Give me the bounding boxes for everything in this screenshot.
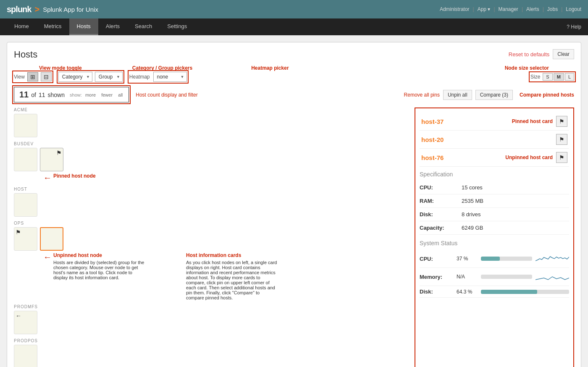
- content-card: Hosts Reset to defaults Clear View mode …: [7, 42, 581, 367]
- spec-val-disk: 8 drives: [462, 211, 481, 218]
- pin-icon: ←: [16, 312, 21, 319]
- help-link[interactable]: ? Help: [567, 24, 581, 30]
- view-label: View: [14, 74, 25, 80]
- host-count-show: show: more fewer all: [67, 92, 123, 97]
- compare-button[interactable]: Compare (3): [475, 90, 513, 100]
- status-title: System Status: [420, 240, 569, 246]
- unpinned-node-annotation: Unpinned host node: [53, 252, 146, 258]
- pinned-host-name-20: host-20: [421, 136, 556, 143]
- host-node[interactable]: [14, 193, 37, 217]
- group-label-host: HOST: [14, 187, 415, 191]
- size-large-button[interactable]: L: [565, 73, 574, 81]
- size-label: Size: [530, 74, 540, 80]
- size-small-button[interactable]: S: [543, 73, 552, 81]
- host-info-cards-desc: As you click host nodes on left, a singl…: [186, 260, 278, 300]
- group-label-prodmfs: PRODMFS: [14, 304, 415, 309]
- host-node[interactable]: ←: [14, 311, 37, 334]
- host-group-host: HOST: [14, 187, 415, 217]
- status-row-cpu: CPU: 37 %: [420, 250, 569, 268]
- pin-button-76[interactable]: ⚑: [556, 152, 567, 163]
- group-label-prodpos: PRODPOS: [14, 338, 415, 343]
- nav-settings[interactable]: Settings: [160, 18, 194, 35]
- spec-row-disk: Disk: 8 drives: [420, 208, 569, 221]
- nav-metrics[interactable]: Metrics: [37, 18, 69, 35]
- spec-key-capacity: Capacity:: [420, 225, 462, 231]
- group-select[interactable]: Group: [95, 72, 123, 82]
- category-group-pickers: Category Group: [58, 72, 123, 82]
- clear-button[interactable]: Clear: [553, 49, 574, 59]
- show-more-link[interactable]: more: [85, 92, 96, 97]
- view-list-button[interactable]: ⊟: [41, 72, 52, 81]
- host-nodes-busdev: ⚑: [14, 148, 415, 171]
- system-status-section: System Status CPU: 37 % Memory: N/A: [420, 240, 569, 298]
- nav-alerts[interactable]: Alerts: [526, 6, 539, 12]
- host-group-prodmfs: PRODMFS ←: [14, 304, 415, 334]
- heatmap-select[interactable]: none: [153, 72, 187, 82]
- status-pct-cpu: 37 %: [457, 256, 478, 262]
- heatmap-label: Heatmap: [129, 74, 150, 80]
- group-label-acme: ACME: [14, 107, 415, 112]
- nav-search[interactable]: Search: [127, 18, 160, 35]
- main-split: ACME BUSDEV ⚑ ←: [14, 107, 574, 367]
- remove-pins-label: Remove all pins: [404, 92, 440, 98]
- pin-button-20[interactable]: ⚑: [556, 134, 567, 145]
- app-logo: splunk > Splunk App for Unix: [7, 5, 98, 14]
- annotation-category-group: Category / Group pickers: [132, 65, 192, 71]
- host-group-acme: ACME: [14, 107, 415, 137]
- host-count-number: 11: [19, 90, 29, 100]
- size-medium-button[interactable]: M: [554, 73, 564, 81]
- host-count-row: 11 of 11 shown show: more fewer all Host…: [14, 87, 574, 102]
- pin-button-37[interactable]: ⚑: [556, 116, 567, 127]
- status-row-disk: Disk: 64.3 %: [420, 286, 569, 298]
- nav-hosts[interactable]: Hosts: [69, 18, 98, 35]
- nav-app[interactable]: App ▾: [478, 6, 491, 12]
- view-grid-button[interactable]: ⊞: [27, 72, 38, 81]
- top-nav: Administrator | App ▾ | Manager | Alerts…: [440, 6, 581, 12]
- host-node[interactable]: [14, 345, 37, 367]
- nav-manager[interactable]: Manager: [499, 6, 518, 12]
- nav-logout[interactable]: Logout: [566, 6, 581, 12]
- show-fewer-link[interactable]: fewer: [101, 92, 113, 97]
- spec-val-ram: 2535 MB: [462, 198, 483, 204]
- group-select-wrapper: Group: [95, 72, 123, 82]
- pinned-node-annotation: Pinned host node: [53, 173, 96, 179]
- status-key-memory: Memory:: [420, 274, 453, 280]
- nav-jobs[interactable]: Jobs: [547, 6, 558, 12]
- category-select-wrapper: Category: [58, 72, 92, 82]
- host-grid-panel: ACME BUSDEV ⚑ ←: [14, 107, 415, 367]
- spec-row-capacity: Capacity: 6249 GB: [420, 221, 569, 235]
- host-node[interactable]: [14, 148, 37, 171]
- host-node-pinned[interactable]: ⚑: [40, 148, 63, 171]
- nav-administrator[interactable]: Administrator: [440, 6, 470, 12]
- host-info-cards-annotation: Host information cards: [186, 252, 278, 258]
- heatmap-picker-group: Heatmap none: [129, 72, 187, 82]
- disk-progress-fill: [481, 290, 537, 294]
- host-nodes-prodpos: [14, 345, 415, 367]
- host-node[interactable]: [14, 114, 37, 137]
- host-node-selected[interactable]: [40, 227, 63, 251]
- host-node[interactable]: ⚑: [14, 227, 37, 251]
- header-actions: Reset to defaults Clear: [509, 49, 574, 59]
- node-size-selector: Size S M L: [530, 73, 574, 81]
- host-nodes-prodmfs: ←: [14, 311, 415, 334]
- host-count-box: 11 of 11 shown show: more fewer all: [14, 87, 129, 102]
- page-title: Hosts: [14, 49, 37, 60]
- show-all-link[interactable]: all: [118, 92, 123, 97]
- pinned-card-annotation-37: Pinned host card: [512, 118, 553, 124]
- spec-row-ram: RAM: 2535 MB: [420, 194, 569, 208]
- nav-alerts-link[interactable]: Alerts: [98, 18, 127, 35]
- spec-key-cpu: CPU:: [420, 184, 462, 191]
- category-select[interactable]: Category: [58, 72, 92, 82]
- pinned-host-name-37: host-37: [421, 118, 512, 125]
- spec-row-cpu: CPU: 15 cores: [420, 181, 569, 194]
- view-mode-toggle-group: View ⊞ ⊟: [14, 72, 52, 81]
- reset-link[interactable]: Reset to defaults: [509, 51, 550, 58]
- pinned-host-name-76: host-76: [421, 154, 505, 161]
- pinned-host-card-37: host-37 Pinned host card ⚑: [420, 113, 569, 131]
- unpin-all-button[interactable]: Unpin all: [443, 90, 472, 100]
- host-count-annotation: Host count display and filter: [136, 92, 197, 98]
- pin-actions: Remove all pins Unpin all Compare (3) Co…: [404, 90, 574, 100]
- status-key-disk: Disk:: [420, 288, 453, 295]
- cpu-sparkline: [536, 252, 569, 265]
- nav-home[interactable]: Home: [7, 18, 37, 35]
